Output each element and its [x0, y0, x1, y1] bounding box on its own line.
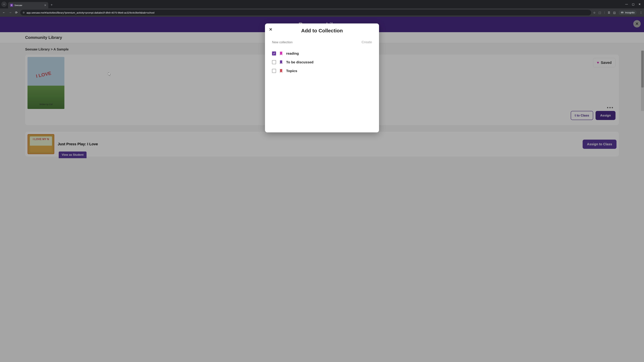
incognito-label: Incognito: [625, 11, 634, 14]
chevron-down-icon: [3, 3, 5, 5]
address-bar[interactable]: ⚙ app.seesaw.me/#/activities/library?pre…: [20, 10, 591, 15]
new-collection-input[interactable]: [272, 40, 362, 44]
add-to-collection-modal: ✕ Add to Collection Create readingTo be …: [265, 23, 379, 132]
tab-favicon: S: [10, 4, 13, 7]
create-collection-button[interactable]: Create: [362, 40, 372, 44]
modal-title: Add to Collection: [271, 28, 373, 33]
bookmark-star-icon[interactable]: ☆: [593, 11, 596, 14]
collection-label: To be discussed: [286, 60, 314, 64]
minimize-icon[interactable]: —: [625, 3, 628, 6]
url-text: app.seesaw.me/#/activities/library?premi…: [26, 11, 154, 14]
side-panel-icon[interactable]: ◫: [613, 11, 616, 14]
collection-label: reading: [286, 51, 299, 55]
bookmark-icon: [280, 69, 282, 73]
new-tab-button[interactable]: +: [51, 3, 53, 7]
browser-tab-bar: S Seesaw ✕ + — ▢ ✕: [0, 0, 644, 8]
site-info-icon[interactable]: ⚙: [23, 11, 25, 14]
collection-checkbox[interactable]: [272, 69, 276, 73]
reload-button[interactable]: ⟳: [14, 10, 18, 15]
collection-checkbox[interactable]: [272, 60, 276, 64]
modal-close-icon[interactable]: ✕: [269, 27, 272, 32]
divider: |: [604, 11, 605, 14]
collection-row[interactable]: Topics: [271, 66, 373, 75]
maximize-icon[interactable]: ▢: [632, 3, 634, 6]
browser-tab-active[interactable]: S Seesaw ✕: [8, 2, 48, 8]
collection-label: Topics: [286, 69, 297, 73]
close-window-icon[interactable]: ✕: [638, 3, 641, 6]
collection-row[interactable]: To be discussed: [271, 58, 373, 66]
bookmark-icon: [280, 52, 282, 55]
back-button[interactable]: ←: [2, 10, 6, 15]
incognito-badge[interactable]: Incognito: [619, 10, 636, 15]
extensions-icon[interactable]: ⬚: [598, 11, 601, 14]
browser-toolbar: ← → ⟳ ⚙ app.seesaw.me/#/activities/libra…: [0, 8, 644, 17]
tab-title: Seesaw: [14, 4, 43, 6]
incognito-icon: [621, 11, 624, 14]
window-controls: — ▢ ✕: [625, 3, 643, 6]
collection-checkbox[interactable]: [272, 51, 276, 55]
tab-search-dropdown[interactable]: [1, 1, 7, 7]
reading-list-icon[interactable]: ☰: [608, 11, 610, 14]
bookmark-icon: [280, 60, 282, 64]
collection-row[interactable]: reading: [271, 49, 373, 58]
browser-menu-icon[interactable]: ⋮: [640, 11, 642, 14]
forward-button[interactable]: →: [8, 10, 12, 15]
tab-close-icon[interactable]: ✕: [44, 4, 46, 7]
